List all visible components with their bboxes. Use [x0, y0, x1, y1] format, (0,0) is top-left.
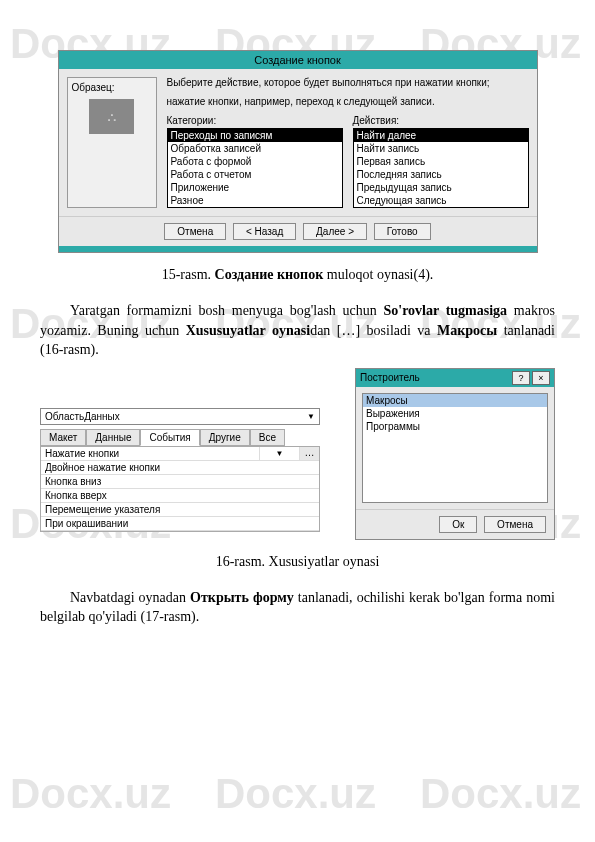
table-row[interactable]: Перемещение указателя — [41, 503, 319, 517]
help-button[interactable]: ? — [512, 371, 530, 385]
watermark: Docx.uz — [215, 770, 376, 818]
watermark: Docx.uz — [420, 770, 581, 818]
table-row[interactable]: Нажатие кнопки ▼ … — [41, 447, 319, 461]
categories-listbox[interactable]: Переходы по записям Обработка записей Ра… — [167, 128, 343, 208]
list-item[interactable]: Первая запись — [354, 155, 528, 168]
actions-label: Действия: — [353, 115, 529, 126]
properties-grid: Нажатие кнопки ▼ … Двойное нажатие кнопк… — [40, 446, 320, 532]
close-button[interactable]: × — [532, 371, 550, 385]
watermark: Docx.uz — [10, 770, 171, 818]
list-item[interactable]: Программы — [363, 420, 547, 433]
categories-label: Категории: — [167, 115, 343, 126]
list-item[interactable]: Выражения — [363, 407, 547, 420]
finish-button[interactable]: Готово — [374, 223, 431, 240]
back-button[interactable]: < Назад — [233, 223, 296, 240]
list-item[interactable]: Макросы — [363, 394, 547, 407]
sample-panel: Образец: ⛬ — [67, 77, 157, 208]
instruction-text: Выберите действие, которое будет выполня… — [167, 77, 529, 88]
list-item[interactable]: Найти запись — [354, 142, 528, 155]
tab-all[interactable]: Все — [250, 429, 285, 446]
list-item[interactable]: Работа с формой — [168, 155, 342, 168]
property-name: При окрашивании — [41, 517, 319, 530]
dialog-title: Создание кнопок — [59, 51, 537, 69]
sample-icon: ⛬ — [105, 109, 119, 125]
body-paragraph: Yaratgan formamizni bosh menyuga bog'las… — [40, 301, 555, 360]
tab-events[interactable]: События — [140, 429, 199, 446]
list-item[interactable]: Следующая запись — [354, 194, 528, 207]
table-row[interactable]: Кнопка вверх — [41, 489, 319, 503]
table-row[interactable]: Кнопка вниз — [41, 475, 319, 489]
sample-label: Образец: — [72, 82, 152, 93]
property-value[interactable]: ▼ — [259, 447, 299, 460]
property-name: Двойное нажатие кнопки — [41, 461, 319, 474]
tab-layout[interactable]: Макет — [40, 429, 86, 446]
actions-listbox[interactable]: Найти далее Найти запись Первая запись П… — [353, 128, 529, 208]
cancel-button[interactable]: Отмена — [164, 223, 226, 240]
tab-data[interactable]: Данные — [86, 429, 140, 446]
builder-listbox[interactable]: Макросы Выражения Программы — [362, 393, 548, 503]
body-paragraph: Navbatdagi oynadan Открыть форму tanlana… — [40, 588, 555, 627]
table-row[interactable]: При окрашивании — [41, 517, 319, 531]
property-name: Кнопка вниз — [41, 475, 319, 488]
list-item[interactable]: Работа с отчетом — [168, 168, 342, 181]
cancel-button[interactable]: Отмена — [484, 516, 546, 533]
table-row[interactable]: Двойное нажатие кнопки — [41, 461, 319, 475]
property-name: Кнопка вверх — [41, 489, 319, 502]
sample-preview: ⛬ — [89, 99, 134, 134]
list-item[interactable]: Предыдущая запись — [354, 181, 528, 194]
list-item[interactable]: Последняя запись — [354, 168, 528, 181]
properties-panel: ОбластьДанных ▼ Макет Данные События Дру… — [40, 408, 320, 532]
combo-value: ОбластьДанных — [45, 411, 120, 422]
property-name: Перемещение указателя — [41, 503, 319, 516]
builder-dialog: Построитель ? × Макросы Выражения Програ… — [355, 368, 555, 540]
list-item[interactable]: Переходы по записям — [168, 129, 342, 142]
create-buttons-dialog: Создание кнопок Образец: ⛬ Выберите дейс… — [58, 50, 538, 253]
dialog-title: Построитель — [360, 372, 420, 383]
list-item[interactable]: Разное — [168, 194, 342, 207]
list-item[interactable]: Приложение — [168, 181, 342, 194]
instruction-text: нажатие кнопки, например, переход к след… — [167, 96, 529, 107]
next-button[interactable]: Далее > — [303, 223, 367, 240]
object-combo[interactable]: ОбластьДанных ▼ — [40, 408, 320, 425]
tab-other[interactable]: Другие — [200, 429, 250, 446]
figure-caption: 16-rasm. Xususiyatlar oynasi — [40, 554, 555, 570]
figure-caption: 15-rasm. Создание кнопок muloqot oynasi(… — [40, 267, 555, 283]
property-name: Нажатие кнопки — [41, 447, 259, 460]
chevron-down-icon: ▼ — [307, 412, 315, 421]
property-tabs: Макет Данные События Другие Все — [40, 429, 320, 446]
builder-button[interactable]: … — [299, 447, 319, 460]
ok-button[interactable]: Ок — [439, 516, 477, 533]
list-item[interactable]: Найти далее — [354, 129, 528, 142]
list-item[interactable]: Обработка записей — [168, 142, 342, 155]
